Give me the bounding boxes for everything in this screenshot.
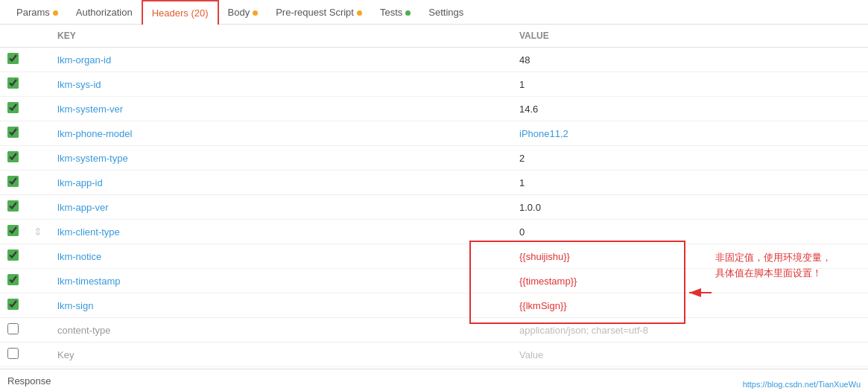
tab-params-label: Params — [16, 7, 50, 18]
tab-settings[interactable]: Settings — [419, 1, 472, 24]
body-dot — [253, 10, 258, 16]
checkbox-cell[interactable] — [0, 293, 26, 318]
table-row: lkm-app-id1 — [0, 171, 868, 195]
row-checkbox[interactable] — [7, 299, 19, 310]
drag-handle — [26, 244, 50, 269]
watermark: https://blog.csdn.net/TianXueWu — [743, 380, 861, 389]
drag-handle — [26, 195, 50, 220]
key-cell: lkm-phone-model — [50, 121, 512, 146]
checkbox-cell[interactable] — [0, 48, 26, 72]
checkbox-cell[interactable] — [0, 269, 26, 293]
table-row: lkm-sys-id1 — [0, 72, 868, 97]
response-section: Response — [0, 369, 868, 391]
key-cell: lkm-system-type — [50, 146, 512, 171]
drag-handle — [26, 146, 50, 171]
table-row: lkm-phone-modeliPhone11,2 — [0, 121, 868, 146]
col-key-header: KEY — [50, 25, 512, 48]
checkbox-cell[interactable] — [0, 171, 26, 195]
drag-handle — [26, 171, 50, 195]
key-cell: lkm-client-type — [50, 220, 512, 244]
table-row: lkm-organ-id48 — [0, 48, 868, 72]
drag-handle — [26, 293, 50, 318]
col-value-header: VALUE — [512, 25, 868, 48]
row-checkbox[interactable] — [7, 200, 19, 212]
checkbox-cell[interactable] — [0, 121, 26, 146]
annotation-line1: 非固定值，使用环境变量， — [715, 252, 831, 263]
row-checkbox[interactable] — [7, 176, 19, 187]
checkbox-cell[interactable] — [0, 97, 26, 121]
checkbox-cell[interactable] — [0, 244, 26, 269]
value-cell: iPhone11,2 — [512, 121, 868, 146]
tab-headers-label: Headers (20) — [152, 7, 209, 19]
drag-handle — [26, 97, 50, 121]
key-cell: lkm-app-id — [50, 171, 512, 195]
tab-pre-label: Pre-request Script — [276, 7, 354, 18]
value-cell: 14.6 — [512, 97, 868, 121]
headers-table: KEY VALUE lkm-organ-id48lkm-sys-id1lkm-s… — [0, 25, 868, 367]
row-checkbox[interactable] — [7, 249, 19, 261]
value-cell: application/json; charset=utf-8 — [512, 318, 868, 343]
table-row: lkm-system-ver14.6 — [0, 97, 868, 121]
row-checkbox[interactable] — [7, 274, 19, 285]
drag-handle — [26, 343, 50, 367]
tab-bar: Params Authorization Headers (20) Body P… — [0, 0, 868, 25]
key-cell: Key — [50, 343, 512, 367]
drag-handle — [26, 269, 50, 293]
value-cell: 1 — [512, 171, 868, 195]
tab-headers[interactable]: Headers (20) — [142, 0, 219, 25]
drag-handle — [26, 48, 50, 72]
tab-tests[interactable]: Tests — [371, 1, 419, 24]
value-cell: 2 — [512, 146, 868, 171]
checkbox-cell[interactable] — [0, 72, 26, 97]
value-cell: 1.0.0 — [512, 195, 868, 220]
row-checkbox[interactable] — [7, 53, 19, 64]
table-row: KeyValue — [0, 343, 868, 367]
main-page: Params Authorization Headers (20) Body P… — [0, 0, 868, 391]
table-row: lkm-app-ver1.0.0 — [0, 195, 868, 220]
row-checkbox[interactable] — [7, 151, 19, 162]
row-checkbox[interactable] — [7, 348, 19, 359]
annotation-text: 非固定值，使用环境变量， 具体值在脚本里面设置！ — [715, 250, 831, 282]
value-cell: Value — [512, 343, 868, 367]
key-cell: lkm-timestamp — [50, 269, 512, 293]
tab-tests-label: Tests — [380, 7, 402, 18]
key-cell: lkm-app-ver — [50, 195, 512, 220]
checkbox-cell[interactable] — [0, 146, 26, 171]
headers-table-container: KEY VALUE lkm-organ-id48lkm-sys-id1lkm-s… — [0, 25, 868, 367]
checkbox-cell[interactable] — [0, 318, 26, 343]
tab-auth[interactable]: Authorization — [67, 1, 142, 24]
table-row: lkm-system-type2 — [0, 146, 868, 171]
row-checkbox[interactable] — [7, 102, 19, 113]
table-row: lkm-sign{{lkmSign}} — [0, 293, 868, 318]
table-row: content-typeapplication/json; charset=ut… — [0, 318, 868, 343]
drag-handle — [26, 318, 50, 343]
value-cell: 0 — [512, 220, 868, 244]
params-dot — [53, 10, 58, 16]
annotation-line2: 具体值在脚本里面设置！ — [715, 267, 822, 279]
tab-body-label: Body — [228, 7, 250, 18]
key-cell: lkm-system-ver — [50, 97, 512, 121]
drag-handle[interactable]: ⇕ — [26, 220, 50, 244]
tab-settings-label: Settings — [428, 7, 463, 18]
row-checkbox[interactable] — [7, 127, 19, 138]
tab-pre-request[interactable]: Pre-request Script — [267, 1, 371, 24]
value-cell: 1 — [512, 72, 868, 97]
row-checkbox[interactable] — [7, 225, 19, 236]
tab-auth-label: Authorization — [76, 7, 133, 18]
key-cell: lkm-notice — [50, 244, 512, 269]
checkbox-cell[interactable] — [0, 195, 26, 220]
checkbox-cell[interactable] — [0, 220, 26, 244]
row-checkbox[interactable] — [7, 323, 19, 334]
key-cell: lkm-sys-id — [50, 72, 512, 97]
drag-handle — [26, 72, 50, 97]
table-row: ⇕lkm-client-type0 — [0, 220, 868, 244]
key-cell: lkm-sign — [50, 293, 512, 318]
tab-body[interactable]: Body — [219, 1, 267, 24]
response-label: Response — [7, 375, 51, 387]
drag-handle — [26, 121, 50, 146]
tab-params[interactable]: Params — [7, 1, 67, 24]
value-cell: 48 — [512, 48, 868, 72]
key-cell: content-type — [50, 318, 512, 343]
row-checkbox[interactable] — [7, 77, 19, 89]
checkbox-cell[interactable] — [0, 343, 26, 367]
